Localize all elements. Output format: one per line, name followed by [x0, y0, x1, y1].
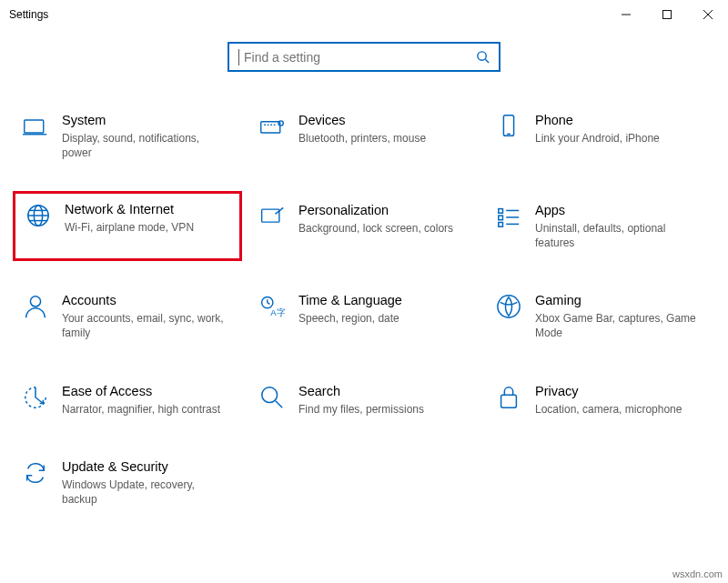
titlebar: Settings: [0, 0, 728, 29]
tile-devices[interactable]: Devices Bluetooth, printers, mouse: [249, 106, 479, 166]
tile-title: Personalization: [298, 202, 453, 219]
search-icon: [476, 50, 490, 64]
tile-desc: Link your Android, iPhone: [535, 131, 660, 146]
ease-of-access-icon: [18, 383, 53, 410]
time-language-icon: A字: [255, 292, 289, 319]
settings-grid: System Display, sound, notifications, po…: [0, 97, 728, 512]
svg-rect-23: [499, 209, 503, 214]
window-controls: [605, 0, 728, 29]
svg-point-4: [478, 52, 486, 60]
svg-point-35: [262, 387, 278, 402]
lock-icon: [491, 383, 526, 410]
globe-icon: [21, 201, 56, 228]
tile-title: Update & Security: [62, 458, 231, 476]
tile-time-language[interactable]: A字 Time & Language Speech, region, date: [249, 286, 479, 346]
tile-gaming[interactable]: Gaming Xbox Game Bar, captures, Game Mod…: [486, 286, 715, 346]
tile-title: Time & Language: [298, 292, 402, 309]
tile-ease-of-access[interactable]: Ease of Access Narrator, magnifier, high…: [13, 377, 242, 422]
svg-line-32: [268, 303, 270, 305]
tile-system[interactable]: System Display, sound, notifications, po…: [13, 106, 242, 166]
svg-rect-14: [503, 116, 513, 136]
window-title: Settings: [9, 8, 48, 21]
svg-rect-37: [501, 395, 517, 407]
phone-icon: [491, 112, 526, 139]
minimize-icon: [622, 10, 631, 19]
search-box[interactable]: [228, 42, 500, 72]
svg-rect-1: [662, 11, 671, 19]
tile-title: Network & Internet: [65, 201, 194, 218]
svg-rect-8: [261, 122, 280, 133]
tile-title: Privacy: [535, 383, 682, 400]
tile-desc: Windows Update, recovery, backup: [62, 477, 231, 507]
tile-title: Apps: [535, 202, 704, 219]
magnifier-icon: [255, 383, 289, 410]
tile-accounts[interactable]: Accounts Your accounts, email, sync, wor…: [13, 286, 242, 346]
tile-desc: Your accounts, email, sync, work, family: [62, 311, 231, 340]
tile-network-internet[interactable]: Network & Internet Wi-Fi, airplane mode,…: [13, 191, 242, 261]
tile-desc: Speech, region, date: [298, 311, 402, 326]
tile-desc: Display, sound, notifications, power: [62, 131, 231, 160]
tile-search[interactable]: Search Find my files, permissions: [249, 377, 479, 422]
svg-point-29: [30, 297, 40, 307]
tile-phone[interactable]: Phone Link your Android, iPhone: [486, 106, 715, 166]
tile-desc: Uninstall, defaults, optional features: [535, 221, 704, 250]
tile-desc: Bluetooth, printers, mouse: [298, 131, 426, 146]
tile-personalization[interactable]: Personalization Background, lock screen,…: [249, 196, 479, 256]
paintbrush-icon: [255, 202, 289, 229]
tile-title: Ease of Access: [62, 383, 220, 400]
close-icon: [703, 10, 713, 19]
tile-desc: Background, lock screen, colors: [298, 221, 453, 236]
svg-text:A字: A字: [270, 307, 285, 317]
tile-title: Phone: [535, 112, 660, 129]
search-input[interactable]: [242, 49, 476, 65]
svg-line-5: [485, 59, 489, 63]
close-button[interactable]: [687, 0, 728, 29]
tile-title: System: [62, 112, 231, 129]
tile-desc: Xbox Game Bar, captures, Game Mode: [535, 311, 704, 340]
sync-icon: [18, 458, 53, 486]
svg-point-34: [498, 296, 520, 317]
tile-desc: Location, camera, microphone: [535, 402, 682, 417]
svg-rect-25: [499, 223, 503, 227]
tile-desc: Find my files, permissions: [298, 402, 424, 417]
tile-desc: Wi-Fi, airplane mode, VPN: [65, 220, 194, 235]
tile-title: Accounts: [62, 292, 231, 309]
text-caret: [238, 49, 239, 65]
tile-update-security[interactable]: Update & Security Windows Update, recove…: [13, 453, 242, 512]
svg-rect-6: [25, 120, 44, 133]
svg-rect-24: [499, 216, 503, 220]
search-container: [0, 42, 728, 72]
svg-line-36: [276, 400, 282, 407]
tile-title: Devices: [298, 112, 426, 129]
svg-rect-21: [262, 209, 279, 222]
tile-title: Search: [298, 383, 424, 400]
person-icon: [18, 292, 53, 319]
tile-desc: Narrator, magnifier, high contrast: [62, 402, 220, 417]
tile-apps[interactable]: Apps Uninstall, defaults, optional featu…: [486, 196, 715, 256]
maximize-button[interactable]: [646, 0, 687, 29]
keyboard-icon: [255, 112, 289, 139]
watermark: wsxdn.com: [672, 568, 723, 579]
apps-list-icon: [491, 202, 526, 229]
display-icon: [18, 112, 53, 139]
tile-privacy[interactable]: Privacy Location, camera, microphone: [486, 377, 715, 422]
gaming-icon: [491, 292, 526, 319]
minimize-button[interactable]: [605, 0, 646, 29]
svg-point-13: [278, 121, 283, 126]
maximize-icon: [662, 10, 672, 19]
tile-title: Gaming: [535, 292, 704, 309]
